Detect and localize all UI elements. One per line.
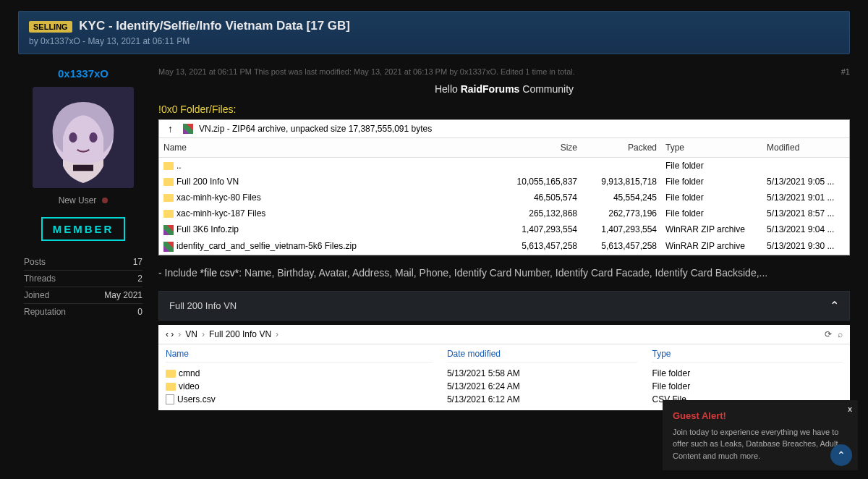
archive-listing: ↑ VN.zip - ZIP64 archive, unpacked size … <box>158 119 850 255</box>
folder-icon <box>163 210 174 218</box>
stat-threads: Threads2 <box>24 270 142 287</box>
stat-joined: JoinedMay 2021 <box>24 287 142 303</box>
archive-row[interactable]: Full 3K6 Info.zip1,407,293,5541,407,293,… <box>159 221 849 238</box>
stat-reputation: Reputation0 <box>24 303 142 320</box>
thread-tag: SELLING <box>29 21 72 33</box>
search-icon[interactable]: ⌕ <box>838 329 843 339</box>
file-icon <box>166 394 174 404</box>
explorer-listing: ‹ ››VN›Full 200 Info VN› ⟳ ⌕ Name cmndvi… <box>158 325 850 411</box>
avatar[interactable] <box>33 87 134 188</box>
explorer-row[interactable]: Users.csv <box>166 393 433 407</box>
include-description: - Include *file csv*: Name, Birthday, Av… <box>158 266 850 281</box>
avatar-image <box>33 87 134 188</box>
user-sidebar: 0x1337xO New User MEMBER Pos <box>18 67 148 410</box>
alert-body: Join today to experience everything we h… <box>673 426 848 462</box>
archive-row[interactable]: Full 200 Info VN10,055,165,8379,913,815,… <box>159 174 849 190</box>
folder-files-label: !0x0 Folder/Files: <box>158 103 850 115</box>
guest-alert: x Guest Alert! Join today to experience … <box>663 400 858 470</box>
stat-posts: Posts17 <box>24 254 142 270</box>
status-dot-icon <box>102 198 108 203</box>
thread-header: SELLING KYC - Identify/Selfie/Info Vietn… <box>18 11 850 54</box>
accordion-header[interactable]: Full 200 Info VN ⌃ <box>158 291 850 321</box>
breadcrumb[interactable]: ‹ ››VN›Full 200 Info VN› <box>166 329 283 339</box>
zip-icon <box>163 225 174 235</box>
close-icon[interactable]: x <box>848 403 852 415</box>
post-number[interactable]: #1 <box>841 67 850 76</box>
folder-icon <box>163 178 174 186</box>
archive-row[interactable]: xac-minh-kyc-80 Files46,505,57445,554,24… <box>159 190 849 205</box>
explorer-col-date[interactable]: Date modified <box>447 349 638 363</box>
thread-byline: by 0x1337xO - May 13, 2021 at 06:11 PM <box>29 36 839 46</box>
user-rank: New User <box>18 195 148 205</box>
archive-columns: Name Size Packed Type Modified <box>159 138 849 158</box>
archive-row[interactable]: xac-minh-kyc-187 Files265,132,868262,773… <box>159 205 849 221</box>
folder-icon <box>166 370 176 378</box>
thread-title: KYC - Identify/Selfie/Info Vietnam Data … <box>79 19 350 33</box>
folder-icon <box>163 194 174 202</box>
svg-point-2 <box>69 132 77 143</box>
greeting: Hello RaidForums Community <box>158 83 850 95</box>
folder-icon <box>166 383 176 391</box>
archive-row[interactable]: ..File folder <box>159 158 849 174</box>
chevron-up-icon: ⌃ <box>830 299 839 313</box>
explorer-row[interactable]: cmnd <box>166 367 433 380</box>
svg-point-3 <box>89 132 97 143</box>
explorer-row[interactable]: video <box>166 380 433 393</box>
refresh-icon[interactable]: ⟳ <box>825 329 832 339</box>
username-link[interactable]: 0x1337xO <box>18 67 148 80</box>
winrar-icon <box>183 124 193 134</box>
archive-row[interactable]: idenfity_card_and_selfie_vietnam-5k6 Fil… <box>159 238 849 255</box>
folder-icon <box>163 162 174 170</box>
explorer-col-type[interactable]: Type <box>652 349 843 363</box>
up-button[interactable]: ↑ <box>163 123 177 135</box>
post-meta: May 13, 2021 at 06:11 PM This post was l… <box>158 67 575 76</box>
accordion-title: Full 200 Info VN <box>169 300 237 311</box>
alert-title: Guest Alert! <box>673 409 848 423</box>
scroll-top-button[interactable]: ⌃ <box>830 444 852 466</box>
member-badge: MEMBER <box>41 217 126 241</box>
zip-icon <box>163 242 174 252</box>
explorer-col-name[interactable]: Name <box>166 349 433 363</box>
archive-title: VN.zip - ZIP64 archive, unpacked size 17… <box>199 124 432 134</box>
